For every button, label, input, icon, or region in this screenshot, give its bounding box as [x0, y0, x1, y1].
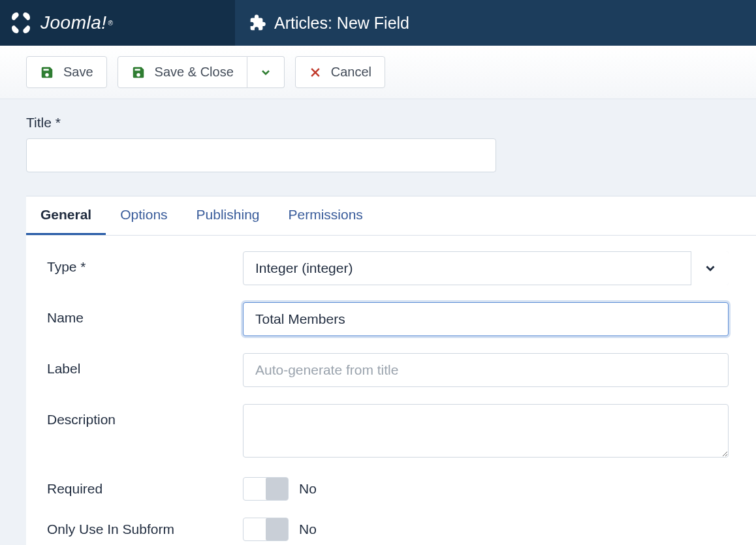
page-title-area: Articles: New Field — [235, 0, 409, 46]
chevron-down-icon — [703, 261, 717, 275]
row-description: Description — [47, 404, 730, 460]
required-toggle[interactable] — [243, 477, 289, 501]
content-area: Title * General Options Publishing Permi… — [0, 99, 756, 545]
toggle-knob — [266, 478, 288, 500]
registered-mark: ® — [108, 20, 113, 27]
row-required: Required No — [47, 477, 730, 501]
description-label: Description — [47, 404, 243, 428]
toggle-knob — [266, 518, 288, 540]
only-subform-value-label: No — [299, 522, 317, 537]
tab-options[interactable]: Options — [106, 196, 181, 235]
only-subform-label: Only Use In Subform — [47, 522, 243, 537]
form-body: Type * Integer (integer) Name Label — [26, 236, 756, 541]
only-subform-toggle[interactable] — [243, 518, 289, 541]
type-select-caret[interactable] — [691, 251, 729, 285]
chevron-down-icon — [259, 66, 272, 79]
brand-area: Joomla! ® — [0, 0, 235, 46]
type-select[interactable]: Integer (integer) — [243, 251, 729, 285]
save-close-label: Save & Close — [155, 65, 234, 80]
joomla-logo-icon — [7, 8, 35, 37]
description-textarea[interactable] — [243, 404, 729, 458]
title-label: Title * — [26, 115, 756, 131]
row-name: Name — [47, 302, 730, 336]
save-icon — [40, 65, 54, 80]
save-label: Save — [63, 65, 93, 80]
tab-publishing[interactable]: Publishing — [182, 196, 274, 235]
title-input[interactable] — [26, 138, 496, 172]
type-select-value: Integer (integer) — [243, 251, 729, 285]
cancel-label: Cancel — [331, 65, 371, 80]
row-type: Type * Integer (integer) — [47, 251, 730, 285]
save-icon — [131, 65, 146, 80]
save-close-group: Save & Close — [118, 56, 285, 88]
puzzle-piece-icon — [247, 13, 266, 33]
top-bar: Joomla! ® Articles: New Field — [0, 0, 756, 46]
cancel-button[interactable]: Cancel — [295, 56, 385, 88]
name-label: Name — [47, 302, 243, 326]
tab-general[interactable]: General — [26, 196, 106, 235]
page-title: Articles: New Field — [274, 14, 409, 33]
required-value-label: No — [299, 481, 317, 497]
type-label: Type * — [47, 251, 243, 275]
close-icon — [309, 66, 322, 79]
tab-panel: General Options Publishing Permissions T… — [26, 196, 756, 545]
label-label: Label — [47, 353, 243, 377]
toolbar: Save Save & Close Cancel — [0, 46, 756, 99]
row-only-subform: Only Use In Subform No — [47, 518, 730, 541]
name-input[interactable] — [243, 302, 729, 336]
row-label: Label — [47, 353, 730, 387]
save-button[interactable]: Save — [26, 56, 107, 88]
brand-name: Joomla! — [40, 12, 107, 33]
save-close-button[interactable]: Save & Close — [118, 56, 247, 88]
tab-permissions[interactable]: Permissions — [274, 196, 377, 235]
save-dropdown-button[interactable] — [247, 56, 285, 88]
tab-strip: General Options Publishing Permissions — [26, 196, 756, 236]
label-input[interactable] — [243, 353, 729, 387]
required-label: Required — [47, 481, 243, 497]
